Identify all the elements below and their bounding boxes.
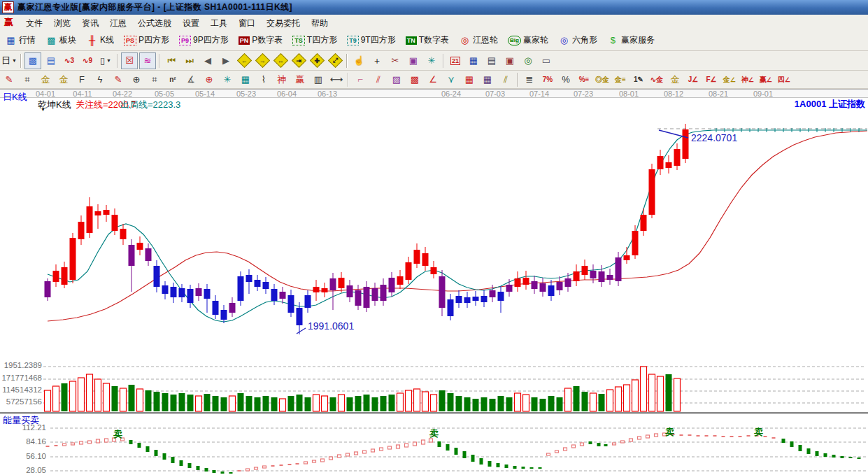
kline-type-dropdown-icon[interactable]: ▼ <box>41 107 45 112</box>
analysis-web-button[interactable]: ✳ <box>423 52 440 69</box>
web-grid-button[interactable]: ▦ <box>237 71 254 88</box>
percent-7-button[interactable]: 7% <box>539 71 556 88</box>
toolbar-p-square-button[interactable]: PSP四方形 <box>120 31 173 50</box>
toolbar-9p-square-button[interactable]: P99P四方形 <box>175 31 233 50</box>
toolbar-sector-button[interactable]: ▩板块 <box>41 31 80 50</box>
shift-right-button[interactable]: → <box>254 52 271 69</box>
menu-设置[interactable]: 设置 <box>177 17 205 29</box>
toolbar-gann-wheel-button[interactable]: ◎江恩轮 <box>455 31 502 50</box>
gann-grid-2-button[interactable]: ▦ <box>479 71 496 88</box>
expand-bars-icon: ✚ <box>309 53 324 68</box>
menu-资讯[interactable]: 资讯 <box>76 17 104 29</box>
menu-帮助[interactable]: 帮助 <box>306 17 334 29</box>
gold-line-b-button[interactable]: 金 <box>55 71 72 88</box>
period-selector-button[interactable]: 日▼ <box>1 52 17 69</box>
gann-grid-button[interactable]: ▦ <box>461 71 478 88</box>
gann-fan-button[interactable]: ⫽ <box>370 71 387 88</box>
toolbar-quote-board-button[interactable]: ▦行情 <box>1 31 40 50</box>
four-angle-button[interactable]: 四∠ <box>776 71 792 88</box>
angle-fan-button[interactable]: ∠ <box>425 71 441 88</box>
kline-chart-canvas[interactable] <box>0 98 868 475</box>
toolbar-9t-square-button[interactable]: T99T四方形 <box>343 31 400 50</box>
menu-文件[interactable]: 文件 <box>20 17 48 29</box>
stats-button[interactable]: ≣ <box>521 71 538 88</box>
prev-bar-button[interactable]: ◀ <box>199 52 216 69</box>
compress-bars-button[interactable]: ⇥ <box>290 52 307 69</box>
toolbar-hexagon-button[interactable]: ◎六角形 <box>554 31 602 50</box>
wave-ruler-button[interactable]: ⌇ <box>255 71 272 88</box>
toolbar-kline-button[interactable]: ╫K线 <box>82 31 118 50</box>
expand-bars-button[interactable]: ✚ <box>308 52 325 69</box>
gold-angle-button[interactable]: 金 <box>667 71 683 88</box>
circle-clock-button[interactable]: ⊕ <box>128 71 145 88</box>
cut-tool-icon: ✂ <box>392 55 399 66</box>
grid-lines-button[interactable]: ⌗ <box>19 71 36 88</box>
ruler-123-button[interactable]: ▥ <box>310 71 327 88</box>
gann-circle-button[interactable]: ⊕ <box>201 71 218 88</box>
zoom-horizontal-button[interactable]: ↔ <box>272 52 289 69</box>
shen-ruler-button[interactable]: 神 <box>273 71 290 88</box>
menu-窗口[interactable]: 窗口 <box>233 17 261 29</box>
menu-浏览[interactable]: 浏览 <box>48 17 76 29</box>
gold-circle-button[interactable]: ◎金 <box>594 71 611 88</box>
web-tools-button[interactable]: ◎ <box>520 52 536 69</box>
ying-angle-button[interactable]: 赢∠ <box>757 71 774 88</box>
toolbar-winner-service-button[interactable]: $赢家服务 <box>603 31 659 50</box>
box-tool-button[interactable]: ⌐ <box>352 71 369 88</box>
toolbar-winner-wheel-button[interactable]: Big赢家轮 <box>504 31 553 50</box>
parallel-lines-button[interactable]: ⫽ <box>497 71 514 88</box>
last-bar-button[interactable]: ⏭ <box>181 52 198 69</box>
quote-panel-button[interactable]: ▤ <box>43 52 59 69</box>
gold-sections-button[interactable]: 金≡ <box>612 71 629 88</box>
toolbar-t-square-button[interactable]: TST四方形 <box>288 31 341 50</box>
pc-tools-button[interactable]: ▭ <box>538 52 555 69</box>
wave-3-button[interactable]: ∿3 <box>61 52 78 69</box>
calculator-button[interactable]: ▦ <box>465 52 482 69</box>
wave-9-button[interactable]: ∿9 <box>79 52 96 69</box>
angle-tool-button[interactable]: ∡ <box>183 71 199 88</box>
pen-1-button[interactable]: 1✎ <box>630 71 647 88</box>
grid-2-button[interactable]: ⌗ <box>146 71 163 88</box>
next-bar-button[interactable]: ▶ <box>218 52 234 69</box>
gold-angle-2-button[interactable]: 金∠ <box>721 71 738 88</box>
cut-tool-button[interactable]: ✂ <box>387 52 404 69</box>
calendar-button[interactable]: 21 <box>447 52 464 69</box>
spider-web-button[interactable]: ✳ <box>219 71 236 88</box>
menu-公式选股[interactable]: 公式选股 <box>132 17 177 29</box>
menu-江恩[interactable]: 江恩 <box>104 17 132 29</box>
fan-box-2-button[interactable]: ▩ <box>406 71 423 88</box>
pattern-box-button[interactable]: ☒ <box>121 52 138 69</box>
fan-box-button[interactable]: ▨ <box>388 71 405 88</box>
candle-style-button[interactable]: ▯▼ <box>97 52 114 69</box>
save-button[interactable]: ▣ <box>501 52 518 69</box>
f-angle-button[interactable]: F∠ <box>703 71 720 88</box>
square-of-nine-button[interactable]: n² <box>164 71 181 88</box>
period-label[interactable]: 日K线 <box>3 91 27 104</box>
zoom-all-button[interactable]: ⤢ <box>327 52 343 69</box>
spiral-tool-button[interactable]: ϟ <box>92 71 108 88</box>
stamp-tool-button[interactable]: ▣ <box>405 52 422 69</box>
multi-window-button[interactable]: ▩ <box>24 52 41 69</box>
menu-工具[interactable]: 工具 <box>205 17 233 29</box>
first-bar-button[interactable]: ⏮ <box>163 52 180 69</box>
pencil-button[interactable]: ✎ <box>1 71 17 88</box>
ying-ruler-button[interactable]: 赢 <box>292 71 308 88</box>
notes-button[interactable]: ▤ <box>483 52 500 69</box>
j-angle-button[interactable]: J∠ <box>685 71 702 88</box>
menu-交易委托[interactable]: 交易委托 <box>261 17 306 29</box>
gold-line-a-button[interactable]: 金 <box>37 71 54 88</box>
volume-profile-button[interactable]: ≋ <box>139 52 156 69</box>
wave-gold-button[interactable]: ∿金 <box>648 71 665 88</box>
toolbar-t-number-table-button[interactable]: TNT数字表 <box>401 31 453 50</box>
pencil-2-button[interactable]: ✎ <box>110 71 127 88</box>
crosshair-button[interactable]: ＋ <box>369 52 385 69</box>
toolbar-p-number-table-button[interactable]: PNP数字表 <box>234 31 287 50</box>
pan-hand-button[interactable]: ☝ <box>350 52 367 69</box>
shen-angle-button[interactable]: 神∠ <box>739 71 756 88</box>
percent-button[interactable]: % <box>557 71 574 88</box>
shift-left-button[interactable]: ← <box>236 52 252 69</box>
fibonacci-tool-button[interactable]: F <box>73 71 90 88</box>
percent-lines-button[interactable]: %≡ <box>576 71 592 88</box>
pitchfork-button[interactable]: ⋎ <box>443 71 460 88</box>
width-measure-button[interactable]: ⟷ <box>328 71 345 88</box>
